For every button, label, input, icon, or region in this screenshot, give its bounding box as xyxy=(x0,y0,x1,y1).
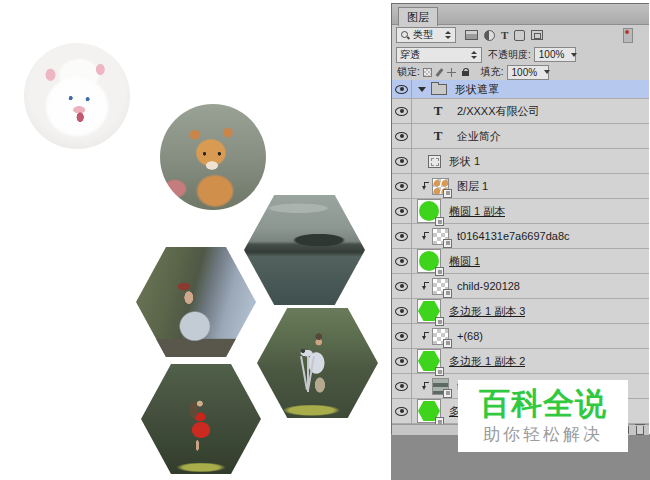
layer-list: 形状遮罩 T 2/XXXX有限公司 T 企业简介 形状 1 xyxy=(392,80,649,424)
blend-mode-dropdown[interactable]: 穿透 xyxy=(396,47,482,63)
layer-name[interactable]: 图层 1 xyxy=(457,179,488,194)
white-kitten-photo xyxy=(24,43,130,149)
shape-layer-icon[interactable] xyxy=(428,155,441,168)
layer-row-shape[interactable]: 多边形 1 副本 2 xyxy=(392,349,649,374)
tripod-detail xyxy=(307,356,309,392)
lock-paint-icon[interactable] xyxy=(435,68,443,77)
visibility-toggle[interactable] xyxy=(392,149,411,173)
layer-name[interactable]: 椭圆 1 xyxy=(449,254,480,269)
lock-move-icon[interactable] xyxy=(447,68,456,77)
woman-waterfall-photo xyxy=(136,247,256,357)
vector-mask-badge xyxy=(443,289,452,298)
layer-thumbnail[interactable] xyxy=(432,178,449,195)
visibility-toggle[interactable] xyxy=(392,174,411,198)
visibility-toggle[interactable] xyxy=(392,124,411,148)
eye-icon xyxy=(395,182,408,191)
layer-thumbnail[interactable] xyxy=(417,349,441,373)
layer-row-clipped[interactable]: t0164131e7a6697da8c xyxy=(392,224,649,249)
layer-name[interactable]: 形状 1 xyxy=(449,154,480,169)
opacity-input[interactable]: 100% xyxy=(534,47,576,62)
layer-thumbnail[interactable] xyxy=(417,199,441,223)
layer-row-clipped[interactable]: +(68) xyxy=(392,324,649,349)
lock-transparency-icon[interactable] xyxy=(423,68,432,77)
clipping-mask-arrow-icon xyxy=(422,181,430,191)
layer-row-clipped[interactable]: 图层 1 xyxy=(392,174,649,199)
filter-toggle-switch[interactable] xyxy=(623,28,633,43)
layer-name[interactable]: 2/XXXX有限公司 xyxy=(457,104,540,119)
lock-label: 锁定: xyxy=(397,65,420,79)
visibility-toggle[interactable] xyxy=(392,399,411,423)
layer-name[interactable]: 椭圆 1 副本 xyxy=(449,204,505,219)
visibility-toggle[interactable] xyxy=(392,299,411,323)
boy-with-camera-photo xyxy=(257,308,378,418)
harbor-ship-photo xyxy=(244,195,365,305)
layer-thumbnail[interactable] xyxy=(432,378,449,395)
layer-name[interactable]: 形状遮罩 xyxy=(455,82,499,97)
layer-row-text[interactable]: T 企业简介 xyxy=(392,124,649,149)
chevron-down-icon[interactable] xyxy=(544,70,550,74)
layer-thumbnail[interactable] xyxy=(432,228,449,245)
fill-input[interactable]: 100% xyxy=(507,65,549,80)
text-layer-icon: T xyxy=(431,128,445,144)
type-filter-icon[interactable]: T xyxy=(501,30,508,41)
layer-row-shape[interactable]: 椭圆 1 xyxy=(392,249,649,274)
eye-icon xyxy=(395,132,408,141)
visibility-toggle[interactable] xyxy=(392,99,411,123)
layer-row-text[interactable]: T 2/XXXX有限公司 xyxy=(392,99,649,124)
filter-type-dropdown[interactable]: 类型 xyxy=(396,27,456,43)
layer-name[interactable]: 多边形 1 副本 2 xyxy=(449,354,525,369)
opacity-value: 100% xyxy=(539,49,565,60)
lock-fill-row: 锁定: 填充: 100% xyxy=(392,64,649,80)
fill-value: 100% xyxy=(512,67,538,78)
search-icon xyxy=(400,30,410,40)
layer-row-group[interactable]: 形状遮罩 xyxy=(392,80,649,99)
adjustment-filter-icon[interactable] xyxy=(484,30,495,41)
watermark-title: 百科全说 xyxy=(479,387,607,421)
pixel-filter-icon[interactable] xyxy=(465,30,478,40)
layer-name[interactable]: 企业简介 xyxy=(457,129,501,144)
tab-layers[interactable]: 图层 xyxy=(398,7,438,26)
watermark-subtitle: 助你轻松解决 xyxy=(483,423,603,446)
eye-icon xyxy=(395,157,408,166)
vector-mask-badge xyxy=(435,267,444,276)
delete-layer-icon[interactable] xyxy=(636,426,644,435)
layer-thumbnail[interactable] xyxy=(432,278,449,295)
layer-thumbnail[interactable] xyxy=(417,249,441,273)
visibility-toggle[interactable] xyxy=(392,80,411,98)
layer-thumbnail[interactable] xyxy=(432,328,449,345)
visibility-toggle[interactable] xyxy=(392,324,411,348)
layer-name[interactable]: 多边形 1 副本 3 xyxy=(449,304,525,319)
layer-name[interactable]: +(68) xyxy=(457,330,483,342)
filter-type-label: 类型 xyxy=(413,28,433,42)
eye-icon xyxy=(395,232,408,241)
eye-icon xyxy=(395,107,408,116)
fill-label: 填充: xyxy=(481,65,504,79)
chevron-down-icon[interactable] xyxy=(571,53,577,57)
spinner-arrows-icon xyxy=(445,30,452,40)
eye-icon xyxy=(395,407,408,416)
layer-name[interactable]: child-920128 xyxy=(457,280,520,292)
vector-mask-badge xyxy=(443,189,452,198)
girl-red-dress-photo xyxy=(141,364,261,474)
layer-row-shape[interactable]: 椭圆 1 副本 xyxy=(392,199,649,224)
clipping-mask-arrow-icon xyxy=(422,231,430,241)
layer-row-shape[interactable]: 形状 1 xyxy=(392,149,649,174)
expand-triangle-icon[interactable] xyxy=(418,87,426,92)
visibility-toggle[interactable] xyxy=(392,274,411,298)
layer-filter-row: 类型 T xyxy=(392,25,649,45)
visibility-toggle[interactable] xyxy=(392,224,411,248)
smart-object-filter-icon[interactable] xyxy=(531,30,543,40)
eye-icon xyxy=(395,332,408,341)
watermark-badge: 百科全说 助你轻松解决 xyxy=(458,380,628,452)
shape-filter-icon[interactable] xyxy=(514,30,525,41)
layer-thumbnail[interactable] xyxy=(417,299,441,323)
visibility-toggle[interactable] xyxy=(392,199,411,223)
layer-row-shape[interactable]: 多边形 1 副本 3 xyxy=(392,299,649,324)
visibility-toggle[interactable] xyxy=(392,374,411,398)
layer-row-clipped[interactable]: child-920128 xyxy=(392,274,649,299)
visibility-toggle[interactable] xyxy=(392,249,411,273)
layer-thumbnail[interactable] xyxy=(417,399,441,423)
lock-all-icon[interactable] xyxy=(462,68,469,77)
visibility-toggle[interactable] xyxy=(392,349,411,373)
layer-name[interactable]: t0164131e7a6697da8c xyxy=(457,230,570,242)
